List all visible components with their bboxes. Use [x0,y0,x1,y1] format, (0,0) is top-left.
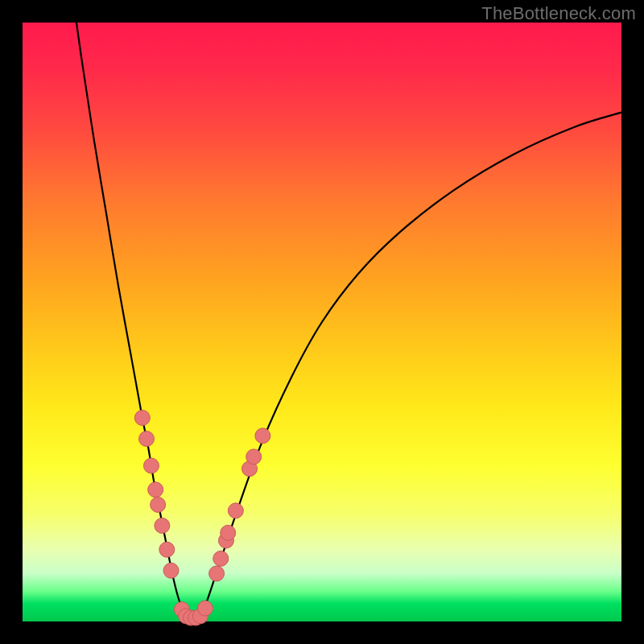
marker-point [221,525,236,540]
marker-point [209,566,225,581]
marker-point [163,563,179,578]
marker-point [143,458,159,473]
plot-area [23,23,621,621]
marker-point [151,497,166,512]
marker-point [213,551,229,566]
chart-frame: TheBottleneck.com [0,0,644,644]
marker-point [255,428,270,444]
marker-point [159,542,175,557]
marker-group [134,411,270,625]
marker-point [228,503,243,518]
marker-point [197,601,213,616]
marker-point [134,411,150,426]
marker-point [155,518,170,533]
chart-svg [23,23,621,621]
watermark-text: TheBottleneck.com [481,3,636,24]
marker-point [246,449,262,464]
marker-point [148,482,163,497]
marker-point [139,431,155,447]
